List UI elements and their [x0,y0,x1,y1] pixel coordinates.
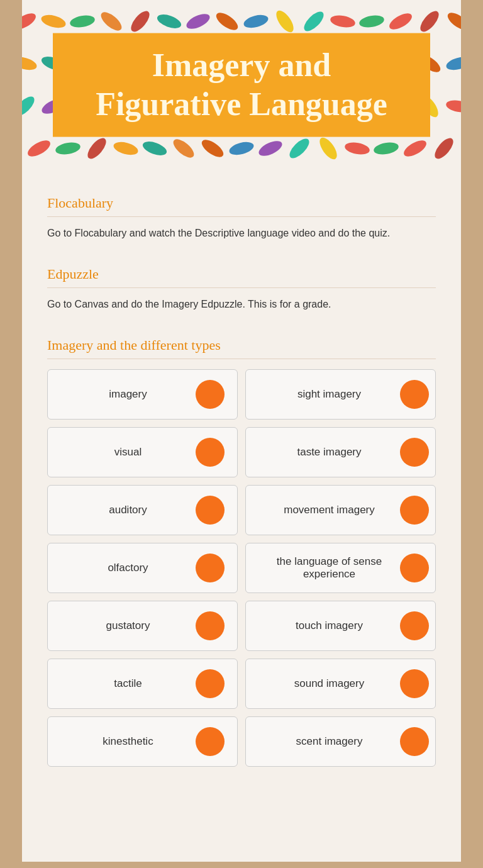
left-match-card[interactable]: imagery [47,369,238,420]
right-match-card[interactable]: scent imagery [245,716,436,767]
edpuzzle-text: Go to Canvas and do the Imagery Edpuzzle… [47,297,436,312]
imagery-types-divider [47,359,436,359]
leaf-decoration [128,8,153,35]
leaf-decoration [98,9,125,34]
leaf-decoration [316,135,340,162]
right-card-label: the language of sense experience [258,555,400,581]
page-title: Imagery and Figurative Language [78,46,405,125]
cork-right [461,0,483,868]
left-card-label: visual [60,446,196,459]
left-match-card[interactable]: gustatory [47,601,238,651]
leaf-decoration [228,140,255,157]
orange-dot-left [196,727,225,756]
right-card-label: touch imagery [258,620,400,632]
orange-dot-right [400,438,429,467]
leaf-decoration [257,138,284,159]
leaf-decoration [401,137,429,160]
edpuzzle-divider [47,287,436,288]
left-card-label: tactile [60,677,196,690]
right-card-label: movement imagery [258,504,400,516]
orange-dot-right [400,611,429,640]
leaf-decoration [84,135,109,162]
leaf-decoration [69,13,96,29]
leaf-decoration [141,139,169,159]
leaf-decoration [301,8,326,34]
main-content: Flocabulary Go to Flocabulary and watch … [22,170,461,862]
left-match-card[interactable]: olfactory [47,543,238,593]
left-match-card[interactable]: auditory [47,485,238,535]
leaf-decoration [213,9,240,33]
leaf-decoration [170,136,197,161]
orange-dot-right [400,496,429,525]
header-area: Imagery and Figurative Language [0,0,483,170]
left-card-label: imagery [60,388,196,401]
right-match-card[interactable]: the language of sense experience [245,543,436,593]
left-match-card[interactable]: tactile [47,659,238,709]
right-card-label: sound imagery [258,677,400,690]
right-match-card[interactable]: touch imagery [245,601,436,651]
leaf-decoration [344,141,371,157]
flocabulary-section: Flocabulary Go to Flocabulary and watch … [47,195,436,241]
orange-dot-right [400,380,429,409]
cork-left [0,0,22,868]
leaf-decoration [273,8,297,35]
left-match-card[interactable]: kinesthetic [47,716,238,767]
leaf-decoration [330,13,357,29]
leaf-decoration [387,10,414,33]
left-match-card[interactable]: visual [47,427,238,477]
orange-dot-right [400,554,429,582]
orange-dot-left [196,496,225,525]
leaf-decoration [242,13,269,30]
right-card-label: sight imagery [258,388,400,401]
edpuzzle-title: Edpuzzle [47,266,436,282]
right-match-card[interactable]: movement imagery [245,485,436,535]
leaf-decoration [112,140,139,157]
left-card-label: kinesthetic [60,735,196,748]
right-match-card[interactable]: sound imagery [245,659,436,709]
leaf-decoration [417,8,442,35]
orange-dot-left [196,380,225,409]
imagery-types-title: Imagery and the different types [47,337,436,353]
leaf-decoration [25,137,53,160]
leaf-decoration [40,13,67,30]
orange-dot-right [400,669,429,698]
leaf-decoration [55,141,82,157]
orange-dot-right [400,727,429,756]
title-box: Imagery and Figurative Language [53,33,430,137]
flocabulary-text: Go to Flocabulary and watch the Descript… [47,226,436,241]
left-card-label: auditory [60,504,196,516]
flocabulary-title: Flocabulary [47,195,436,211]
imagery-types-section: Imagery and the different types imagery … [47,337,436,767]
matching-grid: imagery sight imagery visual taste image… [47,369,436,767]
leaf-decoration [358,13,386,29]
leaf-decoration [184,11,212,31]
left-card-label: olfactory [60,562,196,574]
right-card-label: scent imagery [258,735,400,748]
orange-dot-left [196,554,225,582]
edpuzzle-section: Edpuzzle Go to Canvas and do the Imagery… [47,266,436,312]
right-match-card[interactable]: taste imagery [245,427,436,477]
right-match-card[interactable]: sight imagery [245,369,436,420]
leaf-decoration [199,136,226,160]
leaf-decoration [373,141,400,157]
orange-dot-left [196,611,225,640]
leaf-decoration [286,136,312,162]
flocabulary-divider [47,216,436,217]
orange-dot-left [196,438,225,467]
leaf-decoration [431,135,457,162]
orange-dot-left [196,669,225,698]
left-card-label: gustatory [60,620,196,632]
right-card-label: taste imagery [258,446,400,459]
leaf-decoration [155,11,183,31]
